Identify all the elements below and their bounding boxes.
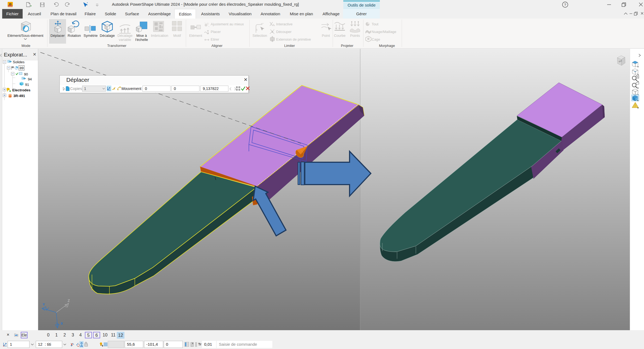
svg-text:Y: Y	[43, 302, 45, 306]
svg-text:90: 90	[24, 72, 28, 76]
svg-text:91: 91	[25, 83, 29, 87]
svg-text:94: 94	[28, 77, 32, 81]
svg-text:X: X	[61, 321, 63, 326]
svg-text:89: 89	[20, 66, 23, 70]
svg-text:Electrodes: Electrodes	[12, 88, 30, 92]
svg-text:3R-491: 3R-491	[13, 94, 25, 98]
svg-text:?: ?	[564, 3, 566, 7]
svg-text:Solides: Solides	[13, 60, 25, 64]
svg-text:Z: Z	[68, 299, 70, 303]
svg-text:PSHAPE: PSHAPE	[8, 5, 13, 7]
